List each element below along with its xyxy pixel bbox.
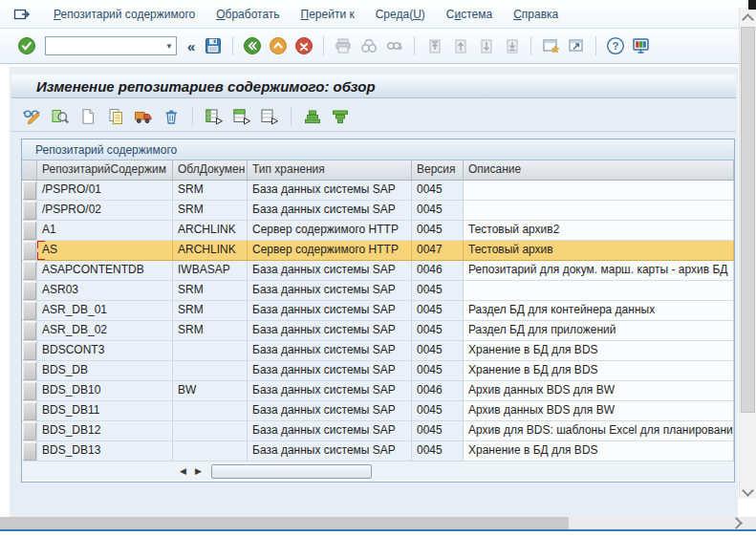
column-header[interactable]: Версия <box>412 161 464 181</box>
cell-version[interactable]: 0045 <box>412 361 464 381</box>
row-selector[interactable] <box>22 441 37 461</box>
row-selector-button[interactable] <box>23 322 36 340</box>
cell-version[interactable]: 0047 <box>412 241 464 261</box>
command-dropdown-icon[interactable]: ▼ <box>162 37 176 54</box>
cell-repository[interactable]: BDS_DB11 <box>37 401 173 421</box>
cell-version[interactable]: 0045 <box>412 401 464 421</box>
row-selector[interactable] <box>22 281 37 301</box>
cell-storage-type[interactable]: База данных системы SAP <box>248 301 412 321</box>
cell-version[interactable]: 0045 <box>412 321 464 341</box>
find-next-button[interactable] <box>383 34 406 57</box>
table-row[interactable]: /PSPRO/01 SRM База данных системы SAP 00… <box>22 181 734 201</box>
cell-description[interactable] <box>464 181 734 201</box>
row-selector-button[interactable] <box>23 422 36 440</box>
row-selector[interactable] <box>22 241 37 261</box>
cell-storage-type[interactable]: База данных системы SAP <box>248 381 412 401</box>
table-scroll-left-icon[interactable]: ◀ <box>177 464 189 478</box>
cell-repository[interactable]: ASR_DB_01 <box>37 301 173 321</box>
filter-button[interactable] <box>329 106 352 127</box>
column-header[interactable]: РепозитарийСодержим <box>37 161 173 181</box>
cell-document-area[interactable] <box>173 421 248 441</box>
row-selector-button[interactable] <box>23 402 36 420</box>
cell-document-area[interactable]: SRM <box>173 181 248 201</box>
cell-repository[interactable]: A1 <box>37 221 173 241</box>
cell-document-area[interactable]: SRM <box>173 321 248 341</box>
cell-description[interactable]: Архив данных BDS для BW <box>464 381 734 401</box>
save-button[interactable] <box>202 34 225 57</box>
cell-storage-type[interactable]: База данных системы SAP <box>248 441 412 461</box>
cell-description[interactable]: Тестовый архив <box>464 241 734 261</box>
horizontal-scrollbar-thumb[interactable] <box>0 517 569 529</box>
table-row[interactable]: ASR_DB_02 SRM База данных системы SAP 00… <box>22 321 734 341</box>
cell-version[interactable]: 0045 <box>412 421 464 441</box>
cell-repository[interactable]: BDSCONT3 <box>37 341 173 361</box>
cell-repository[interactable]: BDS_DB12 <box>37 421 173 441</box>
cell-version[interactable]: 0045 <box>412 281 464 301</box>
cell-document-area[interactable] <box>173 401 248 421</box>
row-selector[interactable] <box>22 381 37 401</box>
table-select-row-button[interactable] <box>230 106 253 127</box>
column-header[interactable]: ОблДокумен <box>173 161 248 181</box>
row-selector-button[interactable] <box>23 182 36 200</box>
last-page-button[interactable] <box>500 34 523 57</box>
exit-button[interactable] <box>292 34 315 57</box>
row-selector[interactable] <box>22 341 37 361</box>
column-header[interactable]: Описание <box>464 161 734 181</box>
row-selector[interactable] <box>22 221 37 241</box>
row-selector-button[interactable] <box>23 302 36 320</box>
table-row[interactable]: ASAPCONTENTDB IWBASAP База данных систем… <box>22 261 734 281</box>
scroll-down-icon[interactable] <box>744 486 752 495</box>
table-row[interactable]: BDS_DB База данных системы SAP 0045 Хран… <box>22 361 734 381</box>
cell-storage-type[interactable]: База данных системы SAP <box>248 321 412 341</box>
cell-description[interactable]: Архив данных BDS для BW <box>464 401 734 421</box>
table-row[interactable]: BDS_DB13 База данных системы SAP 0045 Хр… <box>22 441 734 461</box>
cell-repository[interactable]: /PSPRO/01 <box>37 181 173 201</box>
cell-repository[interactable]: BDS_DB10 <box>37 381 173 401</box>
row-selector[interactable] <box>22 201 37 221</box>
scroll-right-icon[interactable] <box>732 519 741 527</box>
row-selector[interactable] <box>22 301 37 321</box>
cell-document-area[interactable] <box>173 361 248 381</box>
table-row[interactable]: BDSCONT3 База данных системы SAP 0045 Хр… <box>22 341 734 361</box>
table-scrollbar-thumb[interactable]: ∙∙∙ <box>211 464 372 479</box>
enter-button[interactable] <box>15 34 38 57</box>
cell-version[interactable]: 0046 <box>412 261 464 281</box>
row-selector[interactable] <box>22 421 37 441</box>
command-input[interactable] <box>46 38 162 54</box>
cell-storage-type[interactable]: Сервер содержимого HTTP <box>248 221 412 241</box>
row-selector[interactable] <box>22 361 37 381</box>
cell-description[interactable]: Тестовый архив2 <box>464 221 734 241</box>
vertical-scrollbar-thumb[interactable] <box>741 27 755 413</box>
row-selector-button[interactable] <box>23 282 36 300</box>
cell-storage-type[interactable]: База данных системы SAP <box>248 181 412 201</box>
cell-description[interactable]: Раздел БД для приложений <box>464 321 734 341</box>
row-selector-button[interactable] <box>23 202 36 220</box>
cell-version[interactable]: 0045 <box>412 221 464 241</box>
cell-storage-type[interactable]: Сервер содержимого HTTP <box>248 241 412 261</box>
cell-repository[interactable]: ASR_DB_02 <box>37 321 173 341</box>
cell-document-area[interactable] <box>173 341 248 361</box>
cell-document-area[interactable]: SRM <box>173 281 248 301</box>
cell-repository[interactable]: BDS_DB <box>37 361 173 381</box>
cell-repository[interactable]: BDS_DB13 <box>37 441 173 461</box>
cell-storage-type[interactable]: База данных системы SAP <box>248 341 412 361</box>
cell-document-area[interactable]: SRM <box>173 201 248 221</box>
select-all-header[interactable] <box>22 161 37 181</box>
table-row[interactable]: A1 ARCHLINK Сервер содержимого HTTP 0045… <box>22 221 734 241</box>
first-page-button[interactable] <box>422 34 445 57</box>
cell-storage-type[interactable]: База данных системы SAP <box>248 201 412 221</box>
find-button[interactable] <box>357 34 380 57</box>
cell-description[interactable]: Хранение в БД для BDS <box>464 341 734 361</box>
cell-repository[interactable]: ASAPCONTENTDB <box>37 261 173 281</box>
cell-storage-type[interactable]: База данных системы SAP <box>248 421 412 441</box>
table-row[interactable]: AS ARCHLINK Сервер содержимого HTTP 0047… <box>22 241 734 261</box>
cell-version[interactable]: 0045 <box>412 181 464 201</box>
menu-item[interactable]: Система <box>446 8 492 21</box>
collapse-command-field-button[interactable]: « <box>184 38 199 54</box>
copy-button[interactable] <box>104 106 127 127</box>
cell-storage-type[interactable]: База данных системы SAP <box>248 281 412 301</box>
row-selector-button[interactable] <box>23 242 36 260</box>
row-selector[interactable] <box>22 181 37 201</box>
back-button[interactable] <box>241 34 264 57</box>
table-row[interactable]: ASR_DB_01 SRM База данных системы SAP 00… <box>22 301 734 321</box>
